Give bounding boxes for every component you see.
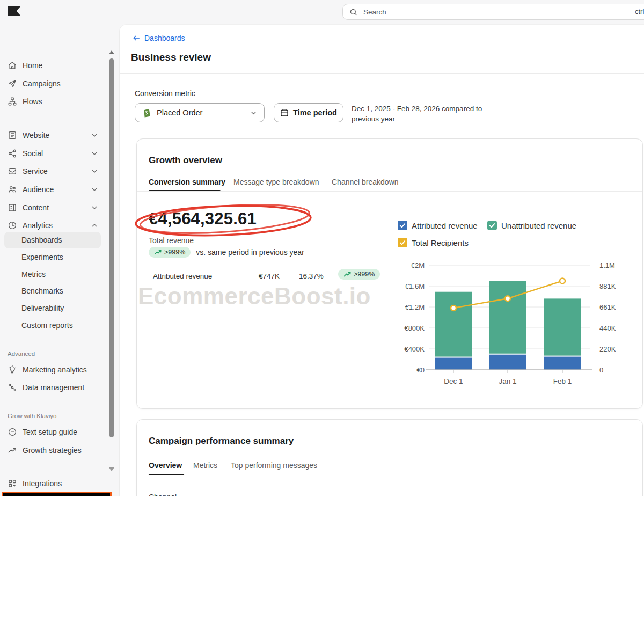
legend-total-recipients: Total Recipients [398, 238, 469, 247]
svg-text:661K: 661K [599, 303, 616, 311]
sidebar-item-custom-reports[interactable]: Custom reports [21, 317, 73, 333]
sidebar-item-growth-strategies[interactable]: Growth strategies [0, 442, 107, 458]
home-icon [8, 61, 17, 70]
legend-checkbox[interactable] [398, 238, 407, 247]
time-period-button[interactable]: Time period [274, 103, 343, 122]
check-icon [489, 223, 495, 228]
svg-text:€1.2M: €1.2M [405, 303, 425, 311]
svg-text:1.1M: 1.1M [599, 261, 615, 269]
legend-checkbox[interactable] [487, 221, 497, 230]
metric-selected-value: Placed Order [157, 108, 250, 117]
page-title: Business review [131, 52, 211, 63]
tabs-divider [137, 475, 642, 475]
sidebar-item-experiments[interactable]: Experiments [21, 249, 63, 265]
screenshot-canvas: { "topbar": { "search_placeholder": "Sea… [0, 0, 644, 644]
campaigns-icon [8, 79, 17, 89]
svg-text:Jan 1: Jan 1 [499, 377, 516, 385]
breadcrumb[interactable]: Dashboards [132, 34, 185, 42]
main-content: Dashboards Business review Conversion me… [119, 24, 644, 496]
tab-top-performing-messages[interactable]: Top performing messages [231, 461, 317, 470]
chevron-up-icon [90, 221, 99, 230]
sidebar-item-service[interactable]: Service [0, 163, 107, 179]
sidebar-item-data-management[interactable]: Data management [0, 379, 107, 396]
attributed-revenue-value: €747K [259, 272, 280, 280]
trend-up-icon [8, 445, 17, 455]
app-window: ctrl Home Campaigns Flows Website Social… [0, 0, 644, 496]
scrollbar-up-arrow[interactable] [109, 50, 114, 54]
search-bar[interactable] [342, 4, 644, 20]
message-circle-icon [8, 427, 17, 437]
sidebar-item-metrics[interactable]: Metrics [21, 266, 46, 282]
chevron-down-icon [90, 131, 99, 140]
svg-text:0: 0 [599, 366, 603, 374]
audience-icon [8, 185, 17, 194]
tab-metrics[interactable]: Metrics [193, 461, 217, 470]
sidebar: Home Campaigns Flows Website Social Serv… [0, 24, 118, 496]
sidebar-item-analytics[interactable]: Analytics [0, 217, 107, 233]
trend-up-icon [154, 249, 162, 255]
klaviyo-logo-icon [8, 6, 21, 16]
sidebar-item-campaigns[interactable]: Campaigns [0, 76, 107, 92]
check-icon [399, 240, 406, 245]
sidebar-item-website[interactable]: Website [0, 127, 107, 143]
sidebar-section-grow: Grow with Klaviyo [8, 413, 56, 419]
tab-channel-breakdown[interactable]: Channel breakdown [332, 178, 399, 186]
service-icon [8, 166, 17, 176]
trend-up-icon [343, 271, 351, 277]
attributed-revenue-label: Attributed revenue [153, 272, 212, 280]
sidebar-item-social[interactable]: Social [0, 145, 107, 162]
data-nodes-icon [8, 383, 17, 392]
watermark: EcommerceBoost.io [138, 283, 371, 310]
check-icon [399, 223, 406, 228]
analytics-icon [8, 221, 17, 230]
sidebar-item-marketing-analytics[interactable]: Marketing analytics [0, 362, 107, 378]
growth-overview-card: Growth overview Conversion summary Messa… [136, 138, 643, 409]
legend-checkbox[interactable] [398, 221, 407, 230]
sidebar-item-home[interactable]: Home [0, 57, 107, 74]
sidebar-item-integrations[interactable]: Integrations [0, 475, 107, 492]
tab-message-type-breakdown[interactable]: Message type breakdown [233, 178, 319, 186]
sidebar-item-audience[interactable]: Audience [0, 181, 107, 197]
scrollbar-down-arrow[interactable] [109, 467, 114, 471]
svg-text:€1.6M: €1.6M [405, 282, 425, 290]
total-revenue-label: Total revenue [149, 236, 194, 245]
sidebar-item-dashboards[interactable]: Dashboards [21, 232, 62, 248]
search-shortcut-hint: ctrl [635, 8, 644, 16]
calendar-icon [280, 108, 289, 117]
sidebar-item-deliverability[interactable]: Deliverability [21, 300, 64, 316]
sidebar-item-benchmarks[interactable]: Benchmarks [21, 283, 63, 299]
svg-text:€800K: €800K [404, 324, 425, 332]
sidebar-item-content[interactable]: Content [0, 200, 107, 216]
conversion-metric-dropdown[interactable]: Placed Order [135, 103, 265, 122]
search-input[interactable] [362, 8, 644, 17]
header-divider [120, 73, 644, 74]
chevron-down-icon [90, 203, 99, 212]
sidebar-item-flows[interactable]: Flows [0, 93, 107, 109]
sidebar-item-text-setup-guide[interactable]: Text setup guide [0, 424, 107, 440]
integrations-icon [8, 479, 17, 488]
tab-conversion-summary[interactable]: Conversion summary [149, 178, 225, 186]
tab-overview[interactable]: Overview [149, 461, 182, 470]
lightbulb-icon [8, 365, 17, 375]
redacted-account-box [2, 492, 112, 496]
change-text: vs. same period in previous year [196, 248, 304, 257]
change-vs-previous: >999% vs. same period in previous year [149, 247, 304, 258]
chevron-down-icon [90, 185, 99, 194]
legend-attributed-revenue: Attributed revenue [398, 221, 478, 230]
conversion-metric-label: Conversion metric [135, 89, 195, 98]
tabs-divider [137, 191, 642, 192]
channel-partial-label: Channel [149, 493, 177, 496]
content-icon [8, 203, 17, 213]
flows-icon [8, 97, 17, 106]
svg-text:€0: €0 [417, 366, 425, 374]
scrollbar-thumb[interactable] [109, 58, 114, 437]
total-revenue-value: €4,564,325.61 [149, 209, 257, 229]
social-icon [8, 149, 17, 158]
attributed-revenue-percent: 16.37% [299, 272, 324, 280]
date-range-text: Dec 1, 2025 - Feb 28, 2026 compared to p… [352, 104, 482, 124]
attributed-revenue-badge: >999% [338, 269, 380, 280]
website-icon [8, 130, 17, 140]
revenue-recipients-chart: €2M1.1M€1.6M881K€1.2M661K€800K440K€400K2… [394, 257, 636, 398]
chevron-down-icon [90, 167, 99, 175]
chevron-down-icon [250, 109, 258, 117]
